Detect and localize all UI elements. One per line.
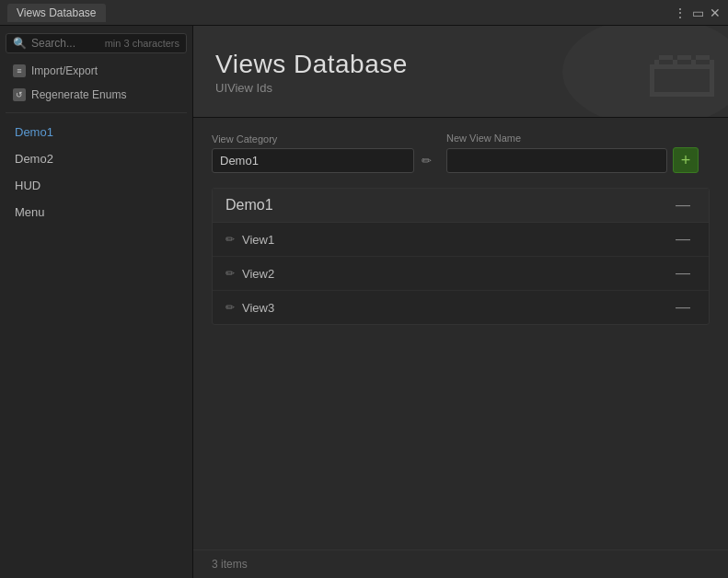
regenerate-enums-label: Regenerate Enums xyxy=(31,88,126,101)
new-view-name-label: New View Name xyxy=(446,133,699,144)
view-item: ✏ View1 — xyxy=(213,223,709,257)
remove-view2-button[interactable]: — xyxy=(670,263,696,283)
content-body: View Category Demo1 Demo2 HUD Menu ✏ New… xyxy=(193,118,728,549)
view-name: View3 xyxy=(242,301,274,315)
view-edit-icon[interactable]: ✏ xyxy=(225,301,235,314)
view-item: ✏ View2 — xyxy=(213,257,709,291)
header-background-icon: 🗃 xyxy=(645,35,719,109)
category-select[interactable]: Demo1 Demo2 HUD Menu xyxy=(212,148,414,173)
view-edit-icon[interactable]: ✏ xyxy=(225,233,235,246)
close-icon[interactable]: ✕ xyxy=(710,6,721,20)
sidebar-item-menu[interactable]: Menu xyxy=(6,201,187,224)
remove-view1-button[interactable]: — xyxy=(670,229,696,249)
view-item: ✏ View3 — xyxy=(213,291,709,324)
search-hint: min 3 characters xyxy=(105,38,179,49)
minimize-icon[interactable]: ▭ xyxy=(692,6,704,20)
category-section: Demo1 — ✏ View1 — ✏ View2 — xyxy=(212,188,710,325)
import-export-icon: ≡ xyxy=(13,64,26,77)
controls-row: View Category Demo1 Demo2 HUD Menu ✏ New… xyxy=(212,133,710,173)
search-bar: 🔍 min 3 characters xyxy=(6,33,187,53)
content-footer: 3 items xyxy=(193,549,728,578)
title-bar-left: Views Database xyxy=(7,4,106,22)
view-item-left: ✏ View3 xyxy=(225,301,274,315)
view-category-label: View Category xyxy=(212,133,435,144)
sidebar-item-hud[interactable]: HUD xyxy=(6,174,187,197)
category-edit-button[interactable]: ✏ xyxy=(418,150,435,171)
regenerate-enums-button[interactable]: ↺ Regenerate Enums xyxy=(6,85,187,105)
category-title: Demo1 xyxy=(225,197,273,214)
add-view-button[interactable]: + xyxy=(673,147,699,173)
title-bar: Views Database ⋮ ▭ ✕ xyxy=(0,0,728,26)
sidebar-item-demo2[interactable]: Demo2 xyxy=(6,147,187,170)
sidebar-divider xyxy=(6,112,187,113)
title-tab: Views Database xyxy=(7,4,106,22)
main-layout: 🔍 min 3 characters ≡ Import/Export ↺ Reg… xyxy=(0,26,728,578)
view-category-field: View Category Demo1 Demo2 HUD Menu ✏ xyxy=(212,133,435,173)
new-view-name-input[interactable] xyxy=(446,148,667,173)
title-bar-controls: ⋮ ▭ ✕ xyxy=(674,6,721,20)
window-title: Views Database xyxy=(17,6,97,19)
new-view-name-field: New View Name + xyxy=(446,133,699,173)
category-header: Demo1 — xyxy=(213,189,709,223)
import-export-button[interactable]: ≡ Import/Export xyxy=(6,61,187,81)
view-name: View2 xyxy=(242,267,274,281)
content-area: 🗃 Views Database UIView Ids View Categor… xyxy=(193,26,728,578)
sidebar-item-demo1[interactable]: Demo1 xyxy=(6,121,187,144)
regenerate-enums-icon: ↺ xyxy=(13,88,26,101)
content-header: 🗃 Views Database UIView Ids xyxy=(193,26,728,118)
search-input[interactable] xyxy=(31,37,100,50)
search-icon: 🔍 xyxy=(13,37,27,50)
items-count: 3 items xyxy=(212,558,248,571)
page-title: Views Database xyxy=(215,50,706,79)
import-export-label: Import/Export xyxy=(31,64,98,77)
sidebar: 🔍 min 3 characters ≡ Import/Export ↺ Reg… xyxy=(0,26,193,578)
view-item-left: ✏ View2 xyxy=(225,267,274,281)
view-edit-icon[interactable]: ✏ xyxy=(225,267,235,280)
page-subtitle: UIView Ids xyxy=(215,81,706,95)
menu-icon[interactable]: ⋮ xyxy=(674,6,687,20)
view-item-left: ✏ View1 xyxy=(225,233,274,247)
add-icon: + xyxy=(681,152,691,168)
view-name: View1 xyxy=(242,233,274,247)
collapse-category-button[interactable]: — xyxy=(670,196,696,214)
remove-view3-button[interactable]: — xyxy=(670,297,696,318)
select-wrapper: Demo1 Demo2 HUD Menu ✏ xyxy=(212,148,435,173)
